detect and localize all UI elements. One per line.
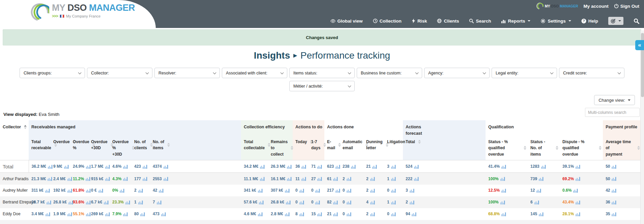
column-header-remains-to-collect[interactable]: Remains to collect bbox=[268, 138, 293, 160]
change-view-button[interactable]: Change view: bbox=[594, 95, 635, 105]
bar-chart-icon[interactable] bbox=[104, 200, 109, 204]
insights-target-button[interactable] bbox=[608, 17, 623, 25]
vertical-scrollbar[interactable] bbox=[640, 30, 644, 224]
column-header-overdue[interactable]: Overdue % bbox=[70, 138, 88, 160]
mini-logo[interactable]: MYDSOMANAGER bbox=[536, 2, 578, 10]
my-account-link[interactable]: My account bbox=[583, 4, 608, 9]
bar-chart-icon[interactable] bbox=[159, 188, 164, 193]
nav-item-help[interactable]: ?Help bbox=[581, 19, 598, 24]
bar-chart-icon[interactable] bbox=[64, 164, 69, 169]
bar-chart-icon[interactable] bbox=[391, 188, 396, 193]
bar-chart-icon[interactable] bbox=[47, 200, 52, 204]
column-header-average-time-of-payment[interactable]: Average time of payment bbox=[603, 138, 641, 160]
bar-chart-icon[interactable] bbox=[143, 164, 148, 169]
bar-chart-icon[interactable] bbox=[125, 200, 130, 204]
bar-chart-icon[interactable] bbox=[391, 200, 396, 204]
bar-chart-icon[interactable] bbox=[140, 212, 145, 216]
column-header-status-no-of-items[interactable]: Status - No. of items bbox=[528, 138, 560, 160]
filter-legal-entity[interactable]: Legal entity: bbox=[492, 68, 557, 78]
bar-chart-icon[interactable] bbox=[576, 164, 581, 169]
bar-chart-icon[interactable] bbox=[105, 212, 110, 216]
column-header-automatic-email[interactable]: Automatic email bbox=[340, 138, 363, 160]
bar-chart-icon[interactable] bbox=[372, 164, 377, 169]
bar-chart-icon[interactable] bbox=[612, 177, 617, 181]
bar-chart-icon[interactable] bbox=[105, 164, 110, 169]
bar-chart-icon[interactable] bbox=[539, 212, 544, 216]
bar-chart-icon[interactable] bbox=[67, 177, 72, 181]
column-header-overdue-30d[interactable]: Overdue % +30D bbox=[110, 138, 131, 160]
bar-chart-icon[interactable] bbox=[317, 177, 322, 181]
bar-chart-icon[interactable] bbox=[317, 212, 322, 216]
sort-arrows-icon[interactable] bbox=[150, 143, 153, 147]
sort-arrows-icon[interactable] bbox=[291, 146, 293, 150]
bar-chart-icon[interactable] bbox=[258, 212, 263, 216]
sort-arrows-icon[interactable] bbox=[338, 143, 341, 147]
bar-chart-icon[interactable] bbox=[391, 164, 396, 169]
bar-chart-icon[interactable] bbox=[299, 188, 304, 193]
bar-chart-icon[interactable] bbox=[539, 177, 544, 181]
bar-chart-icon[interactable] bbox=[157, 200, 162, 204]
bar-chart-icon[interactable] bbox=[347, 177, 352, 181]
sort-arrows-icon[interactable] bbox=[556, 146, 558, 150]
filter-items-status[interactable]: Items status: bbox=[289, 68, 355, 78]
sort-arrows-icon[interactable] bbox=[268, 143, 270, 147]
bar-chart-icon[interactable] bbox=[164, 177, 169, 181]
bar-chart-icon[interactable] bbox=[370, 188, 375, 193]
column-header-collector[interactable]: Collector bbox=[0, 120, 29, 160]
bar-chart-icon[interactable] bbox=[98, 188, 104, 193]
filter-clients-groups[interactable]: Clients groups: bbox=[20, 68, 85, 78]
bar-chart-icon[interactable] bbox=[259, 200, 264, 204]
sort-arrows-icon[interactable] bbox=[24, 125, 27, 129]
bar-chart-icon[interactable] bbox=[412, 212, 417, 216]
nav-item-settings[interactable]: Settings bbox=[540, 19, 571, 24]
bar-chart-icon[interactable] bbox=[45, 188, 50, 193]
sort-arrows-icon[interactable] bbox=[524, 146, 526, 150]
bar-chart-icon[interactable] bbox=[315, 188, 320, 193]
bar-chart-icon[interactable] bbox=[370, 200, 375, 204]
bar-chart-icon[interactable] bbox=[258, 188, 263, 193]
nav-item-reports[interactable]: Reports bbox=[501, 19, 530, 24]
bar-chart-icon[interactable] bbox=[285, 188, 290, 193]
filter-business-line-custom[interactable]: Business line custom: bbox=[357, 68, 422, 78]
column-header-overdue-30d[interactable]: Overdue +30D bbox=[88, 138, 110, 160]
bar-chart-icon[interactable] bbox=[612, 212, 617, 216]
bar-chart-icon[interactable] bbox=[500, 200, 505, 204]
bar-chart-icon[interactable] bbox=[123, 164, 128, 169]
column-header-total[interactable]: Total bbox=[403, 138, 486, 160]
bar-chart-icon[interactable] bbox=[370, 212, 375, 216]
nav-item-global-view[interactable]: Global view bbox=[330, 19, 363, 24]
bar-chart-icon[interactable] bbox=[573, 188, 578, 193]
bar-chart-icon[interactable] bbox=[317, 164, 322, 169]
bar-chart-icon[interactable] bbox=[410, 188, 415, 193]
global-search-button[interactable] bbox=[634, 18, 639, 24]
bar-chart-icon[interactable] bbox=[46, 212, 51, 216]
bar-chart-icon[interactable] bbox=[335, 188, 341, 193]
bar-chart-icon[interactable] bbox=[501, 212, 506, 216]
bar-chart-icon[interactable] bbox=[534, 200, 539, 204]
sort-arrows-icon[interactable] bbox=[167, 143, 170, 147]
column-header-total-collectable[interactable]: Total collectable bbox=[241, 138, 268, 160]
bar-chart-icon[interactable] bbox=[347, 188, 352, 193]
bar-chart-icon[interactable] bbox=[164, 164, 169, 169]
bar-chart-icon[interactable] bbox=[260, 177, 265, 181]
nav-item-search[interactable]: Search bbox=[469, 19, 491, 24]
nav-item-collection[interactable]: Collection bbox=[373, 19, 402, 24]
bar-chart-icon[interactable] bbox=[286, 200, 291, 204]
bar-chart-icon[interactable] bbox=[86, 200, 91, 204]
bar-chart-icon[interactable] bbox=[370, 177, 375, 181]
bar-chart-icon[interactable] bbox=[86, 177, 91, 181]
bar-chart-icon[interactable] bbox=[138, 200, 143, 204]
bar-chart-icon[interactable] bbox=[414, 164, 419, 169]
bar-chart-icon[interactable] bbox=[285, 212, 290, 216]
bar-chart-icon[interactable] bbox=[287, 177, 292, 181]
column-header-total-receivable[interactable]: Total receivable bbox=[29, 138, 51, 160]
bar-chart-icon[interactable] bbox=[501, 188, 506, 193]
filter-m-tier-activit[interactable]: Métier / activité: bbox=[289, 81, 355, 91]
bar-chart-icon[interactable] bbox=[143, 177, 148, 181]
bar-chart-icon[interactable] bbox=[86, 164, 91, 169]
bar-chart-icon[interactable] bbox=[333, 177, 338, 181]
bar-chart-icon[interactable] bbox=[347, 212, 352, 216]
filter-credit-score[interactable]: Credit score: bbox=[559, 68, 624, 78]
bar-chart-icon[interactable] bbox=[612, 200, 617, 204]
bar-chart-icon[interactable] bbox=[260, 164, 265, 169]
